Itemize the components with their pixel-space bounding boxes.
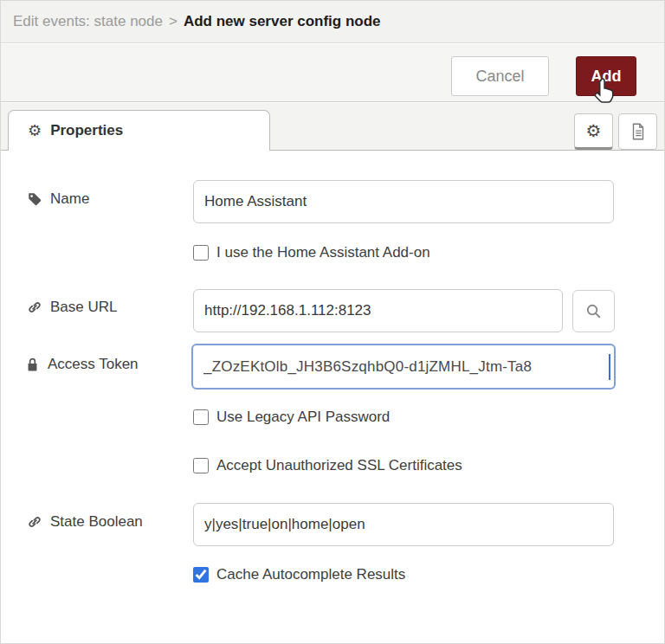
lock-icon — [25, 357, 40, 372]
tab-bar: ⚙ Properties ⚙ — [1, 103, 664, 151]
cache-checkbox-row: Cache Autocomplete Results — [193, 566, 405, 583]
properties-form: Name I use the Home Assistant Add-on Bas… — [1, 151, 664, 643]
breadcrumb: Edit events: state node — [13, 13, 163, 30]
tab-properties[interactable]: ⚙ Properties — [8, 110, 270, 151]
cache-results-checkbox[interactable] — [193, 567, 209, 583]
page-title: Add new server config node — [184, 13, 381, 30]
state-boolean-input[interactable] — [193, 503, 614, 546]
document-icon — [629, 122, 648, 141]
base-url-field-label: Base URL — [27, 299, 117, 316]
legacy-checkbox-row: Use Legacy API Password — [193, 409, 390, 426]
addon-checkbox-row: I use the Home Assistant Add-on — [193, 244, 430, 261]
ssl-checkbox[interactable] — [193, 458, 209, 473]
legacy-checkbox-label: Use Legacy API Password — [216, 409, 390, 426]
link-icon — [27, 299, 42, 315]
link-icon — [27, 514, 42, 530]
access-token-input[interactable] — [191, 344, 616, 390]
addon-checkbox-label: I use the Home Assistant Add-on — [216, 244, 430, 261]
node-settings-button[interactable]: ⚙ — [574, 113, 613, 150]
state-boolean-field-label: State Boolean — [27, 513, 143, 531]
breadcrumb-separator: > — [169, 13, 178, 30]
tag-icon — [27, 191, 42, 207]
tab-properties-label: Properties — [50, 122, 123, 139]
dialog-toolbar: Cancel Add — [1, 44, 664, 102]
ssl-checkbox-label: Accept Unauthorized SSL Certificates — [216, 457, 462, 474]
gear-icon: ⚙ — [586, 120, 602, 141]
cache-checkbox-label: Cache Autocomplete Results — [216, 566, 405, 583]
add-button[interactable]: Add — [576, 56, 636, 96]
cancel-button[interactable]: Cancel — [451, 56, 549, 96]
gear-icon: ⚙ — [28, 123, 42, 138]
text-caret — [609, 354, 610, 380]
addon-checkbox[interactable] — [193, 245, 209, 261]
name-field-label: Name — [27, 190, 89, 208]
legacy-api-checkbox[interactable] — [193, 409, 209, 425]
node-docs-button[interactable] — [618, 113, 657, 150]
ssl-checkbox-row: Accept Unauthorized SSL Certificates — [193, 457, 462, 474]
name-input[interactable] — [193, 180, 614, 223]
magnifier-icon — [584, 301, 604, 321]
access-token-field-label: Access Token — [25, 356, 139, 373]
base-url-input[interactable] — [193, 289, 563, 332]
dialog-header: Edit events: state node > Add new server… — [1, 1, 664, 43]
server-config-dialog: Edit events: state node > Add new server… — [0, 0, 665, 644]
base-url-search-button[interactable] — [572, 290, 615, 332]
